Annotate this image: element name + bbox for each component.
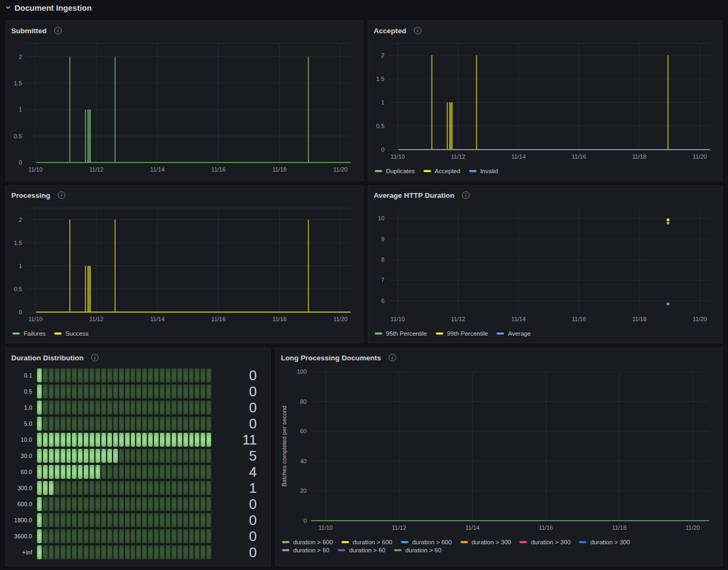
legend-item[interactable]: Average <box>496 330 531 337</box>
gauge-cell <box>66 449 71 463</box>
long-processing-documents-chart[interactable]: 02040608010011/1011/1211/1411/1611/1811/… <box>280 365 718 536</box>
legend-item[interactable]: 95th Percentile <box>375 330 427 337</box>
gauge-cell <box>43 545 48 559</box>
gauge-cell <box>119 481 124 495</box>
gauge-cell <box>195 481 199 495</box>
gauge-cell <box>49 545 54 559</box>
legend: FailuresSuccess <box>6 329 363 339</box>
gauge-cell <box>66 401 71 414</box>
gauge-cell <box>200 433 205 447</box>
gauge-cell <box>166 545 170 559</box>
legend-item[interactable]: duration > 600 <box>401 539 452 545</box>
gauge-cell <box>154 433 159 447</box>
gauge-cell <box>125 384 130 398</box>
panel-title: Average HTTP Duration <box>374 191 455 199</box>
accepted-chart[interactable]: 00.511.5211/1011/1211/1411/1611/1811/20 <box>373 38 718 165</box>
gauge-cell <box>49 497 54 511</box>
gauge-cell <box>160 513 165 527</box>
gauge-cell <box>177 384 182 398</box>
gauge-cell <box>95 417 100 431</box>
gauge-cell <box>166 449 170 463</box>
gauge-cell <box>154 384 159 398</box>
svg-text:0: 0 <box>19 309 22 315</box>
gauge-cell <box>49 513 54 527</box>
svg-text:11/14: 11/14 <box>150 316 165 322</box>
svg-text:1: 1 <box>19 263 22 269</box>
svg-text:80: 80 <box>300 398 307 405</box>
series-color-swatch <box>394 549 402 551</box>
gauge-cell <box>84 481 88 495</box>
legend-item[interactable]: duration > 300 <box>519 539 570 545</box>
info-circle-icon[interactable]: i <box>414 27 421 34</box>
gauge-cell <box>55 401 60 414</box>
info-circle-icon[interactable]: i <box>58 191 65 199</box>
gauge-cell <box>78 545 83 559</box>
gauge-cell <box>101 433 106 447</box>
legend-item[interactable]: Invalid <box>469 168 498 174</box>
gauge-cell <box>78 401 83 414</box>
bargauge-row: 0.50 <box>10 384 265 398</box>
bucket-label: 0.1 <box>10 372 37 379</box>
gauge-cell <box>125 529 130 543</box>
gauge-cell <box>37 433 42 447</box>
series-color-swatch <box>401 541 408 543</box>
average-http-duration-chart[interactable]: 67891011/1011/1211/1411/1611/1811/20 <box>373 203 718 327</box>
legend-item[interactable]: Accepted <box>424 168 460 174</box>
svg-text:2: 2 <box>19 54 22 60</box>
panel-header[interactable]: Average HTTP Duration i <box>368 186 722 202</box>
legend-item[interactable]: Duplicates <box>375 168 415 174</box>
gauge-cell <box>55 529 60 543</box>
legend-item[interactable]: duration > 600 <box>282 539 333 545</box>
bucket-label: 10.0 <box>10 436 37 443</box>
gauge-cell <box>113 449 118 463</box>
gauge-cell <box>125 545 130 559</box>
info-circle-icon[interactable]: i <box>389 354 396 361</box>
gauge-cell <box>172 513 176 527</box>
bargauge-row: 10.011 <box>10 433 265 447</box>
gauge-cell <box>189 449 194 463</box>
legend-item[interactable]: duration > 300 <box>579 539 630 545</box>
svg-text:11/10: 11/10 <box>391 316 405 322</box>
panel-header[interactable]: Processing i <box>6 186 363 202</box>
gauge-cell <box>113 401 118 414</box>
gauge-cell <box>172 401 176 414</box>
panel-header[interactable]: Accepted i <box>368 21 722 37</box>
gauge-cell <box>183 529 188 543</box>
gauge-cell <box>66 465 71 479</box>
svg-text:11/10: 11/10 <box>318 524 333 531</box>
gauge-cell <box>107 449 112 463</box>
panel-header[interactable]: Duration Distribution i <box>6 348 270 364</box>
info-circle-icon[interactable]: i <box>91 354 99 361</box>
info-circle-icon[interactable]: i <box>54 27 62 34</box>
legend-item[interactable]: duration > 600 <box>341 539 392 545</box>
gauge-cell <box>55 417 60 431</box>
panel-header[interactable]: Submitted i <box>6 21 363 37</box>
processing-chart[interactable]: 00.511.5211/1011/1211/1411/1611/1811/20 <box>10 203 359 327</box>
gauge-cell <box>107 401 112 414</box>
gauge-cell <box>119 545 124 559</box>
dashboard: { "row": { "title": "Document Ingestion"… <box>0 0 728 570</box>
gauge-cell <box>160 497 165 511</box>
legend-item[interactable]: 99th Percentile <box>436 330 488 337</box>
gauge-cell <box>154 465 159 479</box>
gauge-cell <box>107 384 112 398</box>
legend-item[interactable]: duration > 60 <box>282 547 329 553</box>
gauge-cell <box>90 417 94 431</box>
panel-header[interactable]: Long Processing Documents i <box>276 348 722 364</box>
series-color-swatch <box>424 170 431 172</box>
legend-item[interactable]: duration > 60 <box>394 547 441 553</box>
gauge-cell <box>43 481 48 495</box>
bucket-value: 0 <box>211 401 265 414</box>
gauge-cell <box>206 368 211 382</box>
gauge-cell <box>125 465 130 479</box>
legend-item[interactable]: Failures <box>12 330 46 337</box>
legend-item[interactable]: duration > 300 <box>460 539 511 545</box>
submitted-chart[interactable]: 00.511.5211/1011/1211/1411/1611/1811/20 <box>10 38 359 177</box>
info-circle-icon[interactable]: i <box>462 191 470 199</box>
gauge-cell <box>166 481 170 495</box>
legend-item[interactable]: Success <box>54 330 88 337</box>
legend-item[interactable]: duration > 60 <box>338 547 385 553</box>
row-header-document-ingestion[interactable]: Document Ingestion <box>5 1 92 14</box>
gauge-cell <box>189 417 194 431</box>
gauge-cell <box>119 465 124 479</box>
